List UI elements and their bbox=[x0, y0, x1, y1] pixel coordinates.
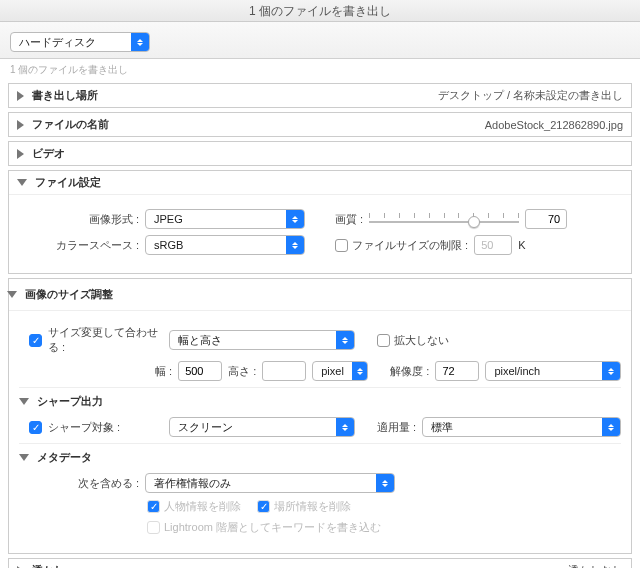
include-select[interactable]: 著作権情報のみ bbox=[145, 473, 395, 493]
resize-select[interactable]: 幅と高さ bbox=[169, 330, 355, 350]
height-input[interactable] bbox=[262, 361, 306, 381]
updown-icon bbox=[286, 236, 304, 254]
format-value: JPEG bbox=[146, 213, 286, 225]
section-title: 透かし bbox=[32, 563, 65, 568]
section-filesettings-header[interactable]: ファイル設定 bbox=[9, 171, 631, 194]
section-sizing: 画像のサイズ調整 サイズ変更して合わせる : 幅と高さ 拡大しない 幅 : 高さ… bbox=[8, 278, 632, 554]
updown-icon bbox=[131, 33, 149, 51]
colorspace-value: sRGB bbox=[146, 239, 286, 251]
remove-location-label: 場所情報を削除 bbox=[274, 499, 351, 514]
section-location: 書き出し場所 デスクトップ / 名称未設定の書き出し bbox=[8, 83, 632, 108]
section-title: ファイルの名前 bbox=[32, 117, 109, 132]
updown-icon bbox=[336, 331, 354, 349]
limit-unit: K bbox=[518, 239, 525, 251]
section-video: ビデオ bbox=[8, 141, 632, 166]
section-sharpen-header[interactable]: シャープ出力 bbox=[19, 387, 621, 409]
disclosure-icon bbox=[17, 120, 24, 130]
updown-icon bbox=[602, 418, 620, 436]
remove-person-label: 人物情報を削除 bbox=[164, 499, 241, 514]
section-video-header[interactable]: ビデオ bbox=[9, 142, 631, 165]
section-title: メタデータ bbox=[37, 450, 92, 465]
section-title: 書き出し場所 bbox=[32, 88, 98, 103]
section-watermark-header[interactable]: 透かし 透かしなし bbox=[9, 559, 631, 568]
section-metadata-header[interactable]: メタデータ bbox=[19, 443, 621, 465]
remove-location-checkbox: 場所情報を削除 bbox=[257, 499, 351, 514]
subcaption: 1 個のファイルを書き出し bbox=[0, 59, 640, 83]
lightroom-label: Lightroom 階層としてキーワードを書き込む bbox=[164, 520, 381, 535]
height-label: 高さ : bbox=[228, 364, 256, 379]
limit-label: ファイルサイズの制限 : bbox=[352, 238, 468, 253]
disclosure-icon bbox=[19, 454, 29, 461]
resolution-input[interactable] bbox=[435, 361, 479, 381]
sharpen-target-select[interactable]: スクリーン bbox=[169, 417, 355, 437]
quality-input[interactable] bbox=[525, 209, 567, 229]
section-filename-header[interactable]: ファイルの名前 AdobeStock_212862890.jpg bbox=[9, 113, 631, 136]
section-title: シャープ出力 bbox=[37, 394, 103, 409]
section-sizing-header[interactable]: 画像のサイズ調整 bbox=[0, 283, 631, 302]
amount-value: 標準 bbox=[423, 420, 602, 435]
colorspace-select[interactable]: sRGB bbox=[145, 235, 305, 255]
updown-icon bbox=[602, 362, 620, 380]
resolution-unit-value: pixel/inch bbox=[486, 365, 602, 377]
sharpen-target-value: スクリーン bbox=[170, 420, 336, 435]
section-filesettings: ファイル設定 画像形式 : JPEG 画質 : カラースペース : bbox=[8, 170, 632, 274]
section-title: 画像のサイズ調整 bbox=[25, 287, 113, 302]
section-title: ビデオ bbox=[32, 146, 65, 161]
resize-checkbox[interactable] bbox=[29, 334, 42, 347]
disclosure-icon bbox=[17, 179, 27, 186]
quality-label: 画質 : bbox=[335, 212, 363, 227]
section-value: デスクトップ / 名称未設定の書き出し bbox=[438, 88, 623, 103]
preset-value: ハードディスク bbox=[11, 35, 131, 50]
quality-slider[interactable] bbox=[369, 209, 519, 229]
sharpen-checkbox[interactable] bbox=[29, 421, 42, 434]
colorspace-label: カラースペース : bbox=[29, 238, 139, 253]
width-label: 幅 : bbox=[155, 364, 172, 379]
include-label: 次を含める : bbox=[29, 476, 139, 491]
limit-input bbox=[474, 235, 512, 255]
preset-select[interactable]: ハードディスク bbox=[10, 32, 150, 52]
updown-icon bbox=[336, 418, 354, 436]
disclosure-icon bbox=[17, 149, 24, 159]
width-input[interactable] bbox=[178, 361, 222, 381]
remove-person-checkbox: 人物情報を削除 bbox=[147, 499, 241, 514]
disclosure-icon bbox=[17, 91, 24, 101]
resolution-label: 解像度 : bbox=[390, 364, 429, 379]
disclosure-icon bbox=[19, 398, 29, 405]
resolution-unit-select[interactable]: pixel/inch bbox=[485, 361, 621, 381]
limit-filesize-checkbox[interactable]: ファイルサイズの制限 : bbox=[335, 238, 468, 253]
resize-label: サイズ変更して合わせる : bbox=[48, 325, 163, 355]
window-title: 1 個のファイルを書き出し bbox=[0, 0, 640, 22]
toolbar: ハードディスク bbox=[0, 22, 640, 59]
sharpen-label: シャープ対象 : bbox=[48, 420, 163, 435]
no-enlarge-checkbox[interactable]: 拡大しない bbox=[377, 333, 449, 348]
lightroom-checkbox: Lightroom 階層としてキーワードを書き込む bbox=[147, 520, 381, 535]
section-location-header[interactable]: 書き出し場所 デスクトップ / 名称未設定の書き出し bbox=[9, 84, 631, 107]
updown-icon bbox=[376, 474, 394, 492]
section-watermark: 透かし 透かしなし bbox=[8, 558, 632, 568]
amount-label: 適用量 : bbox=[377, 420, 416, 435]
resize-value: 幅と高さ bbox=[170, 333, 336, 348]
no-enlarge-label: 拡大しない bbox=[394, 333, 449, 348]
updown-icon bbox=[286, 210, 304, 228]
sharpen-amount-select[interactable]: 標準 bbox=[422, 417, 621, 437]
disclosure-icon bbox=[7, 291, 17, 298]
include-value: 著作権情報のみ bbox=[146, 476, 376, 491]
size-unit-select[interactable]: pixel bbox=[312, 361, 368, 381]
updown-icon bbox=[352, 362, 367, 380]
section-value: AdobeStock_212862890.jpg bbox=[485, 119, 623, 131]
format-label: 画像形式 : bbox=[29, 212, 139, 227]
section-filename: ファイルの名前 AdobeStock_212862890.jpg bbox=[8, 112, 632, 137]
section-value: 透かしなし bbox=[568, 563, 623, 568]
format-select[interactable]: JPEG bbox=[145, 209, 305, 229]
section-title: ファイル設定 bbox=[35, 175, 101, 190]
size-unit-value: pixel bbox=[313, 365, 352, 377]
